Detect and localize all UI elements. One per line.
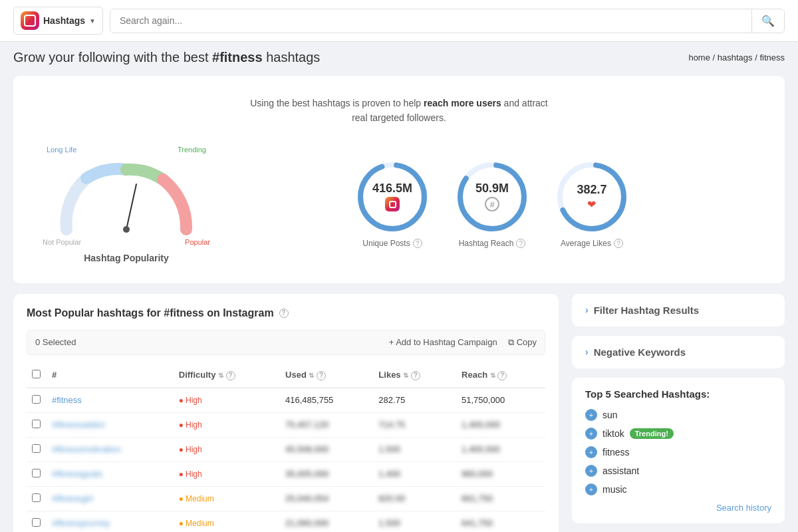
negative-keywords-header[interactable]: › Negative Keywords	[572, 336, 785, 368]
table-body: #fitness ●High 416,485,755 282.75 51,750…	[27, 388, 545, 532]
top-hashtags-list: + sun + tiktok Trending! + fitness + ass…	[585, 409, 771, 495]
cell-hashtag: #fitnessgoals	[47, 462, 174, 486]
right-column: › Filter Hashtag Results › Negative Keyw…	[572, 294, 785, 532]
stat-value-0: 416.5M	[372, 182, 412, 194]
table-row: #fitnessjourney ●Medium 21,060,000 1,500…	[27, 511, 545, 532]
col-used[interactable]: Used ⇅ ?	[280, 363, 373, 388]
cell-difficulty: ●High	[174, 388, 280, 413]
table-row: #fitnessgirl ●Medium 25,040,054 820.00 6…	[27, 486, 545, 511]
cell-used: 35,005,000	[280, 462, 373, 486]
filter-panel-header[interactable]: › Filter Hashtag Results	[572, 294, 785, 327]
stat-value-1: 50.9M	[475, 182, 509, 194]
row-checkbox[interactable]	[32, 518, 41, 527]
select-all-checkbox[interactable]	[32, 370, 41, 378]
top-hashtag-item: + tiktok Trending!	[585, 428, 771, 440]
svg-line-0	[126, 184, 136, 229]
top-hashtag-name: fitness	[602, 447, 629, 458]
add-hashtag-icon[interactable]: +	[585, 409, 597, 421]
search-bar: 🔍	[110, 9, 785, 33]
table-row: #fitnessaddict ●High 75,457,120 714.75 1…	[27, 412, 545, 437]
hash-circle-icon: #	[475, 197, 509, 211]
add-hashtag-icon[interactable]: +	[585, 465, 597, 477]
filter-panel: › Filter Hashtag Results	[572, 294, 785, 327]
gauge-section: Long Life Trending Not Popular Popular	[40, 146, 213, 263]
row-checkbox[interactable]	[32, 395, 41, 404]
search-history: Search history	[585, 502, 771, 513]
cell-reach: 51,750,000	[456, 388, 545, 413]
brand-selector[interactable]: Hashtags ▼	[13, 7, 103, 35]
row-checkbox[interactable]	[32, 469, 41, 477]
row-checkbox[interactable]	[32, 420, 41, 428]
cell-reach: 641,750	[456, 511, 545, 532]
cell-reach: 1,400,000	[456, 437, 545, 462]
brand-label: Hashtags	[43, 15, 85, 26]
filter-label: Filter Hashtag Results	[594, 305, 699, 316]
add-hashtag-icon[interactable]: +	[585, 483, 597, 495]
legend-not-popular: Not Popular	[43, 238, 81, 246]
table-section: Most Popular hashtags for #fitness on In…	[13, 294, 559, 532]
col-hashtag: #	[47, 363, 174, 388]
cell-likes: 1,500	[373, 437, 456, 462]
cell-likes: 714.75	[373, 412, 456, 437]
gauge-svg	[53, 156, 200, 236]
cell-difficulty: ●High	[174, 462, 280, 486]
legend-popular: Popular	[185, 238, 210, 246]
top-hashtag-item: + music	[585, 483, 771, 495]
cell-used: 45,508,000	[280, 437, 373, 462]
cell-hashtag: #fitnessjourney	[47, 511, 174, 532]
page-header: Grow your following with the best #fitne…	[0, 42, 798, 65]
ig-circle-icon	[372, 197, 412, 211]
stat-value-2: 382.7	[577, 184, 606, 196]
cell-likes: 820.00	[373, 486, 456, 511]
help-icon-2[interactable]: ?	[614, 239, 623, 248]
add-hashtag-icon[interactable]: +	[585, 446, 597, 458]
cell-likes: 1,400	[373, 462, 456, 486]
copy-button[interactable]: ⧉ Copy	[508, 337, 537, 348]
search-button[interactable]: 🔍	[751, 9, 784, 33]
col-likes[interactable]: Likes ⇅ ?	[373, 363, 456, 388]
metrics-section: Long Life Trending Not Popular Popular	[40, 146, 758, 263]
hashtag-table: # Difficulty ⇅ ? Used ⇅ ? Likes ⇅ ? Reac…	[27, 363, 545, 532]
cell-difficulty: ●High	[174, 437, 280, 462]
cell-difficulty: ●Medium	[174, 486, 280, 511]
header: Hashtags ▼ 🔍	[0, 0, 798, 42]
stat-label-1: Hashtag Reach ?	[456, 239, 529, 248]
cell-used: 25,040,054	[280, 486, 373, 511]
help-icon-1[interactable]: ?	[516, 239, 525, 248]
col-difficulty[interactable]: Difficulty ⇅ ?	[174, 363, 280, 388]
col-reach[interactable]: Reach ⇅ ?	[456, 363, 545, 388]
table-row: #fitnessgoals ●High 35,005,000 1,400 960…	[27, 462, 545, 486]
search-history-link[interactable]: Search history	[716, 503, 771, 513]
row-checkbox[interactable]	[32, 493, 41, 502]
row-checkbox[interactable]	[32, 444, 41, 453]
cell-reach: 960,000	[456, 462, 545, 486]
add-campaign-button[interactable]: + Add to Hashtag Campaign	[389, 337, 497, 348]
top-hashtag-name: assistant	[602, 466, 639, 476]
cell-used: 416,485,755	[280, 388, 373, 413]
stat-hashtag-reach: 50.9M # Hashtag Reach ?	[456, 160, 529, 248]
filter-chevron: ›	[585, 305, 589, 315]
brand-chevron: ▼	[89, 17, 96, 25]
stat-label-0: Unique Posts ?	[356, 239, 429, 248]
legend-long-life: Long Life	[47, 146, 76, 154]
stat-avg-likes: 382.7 ❤ Average Likes ?	[555, 160, 628, 248]
cell-likes: 282.75	[373, 388, 456, 413]
page-title: Grow your following with the best #fitne…	[13, 50, 320, 65]
top-hashtag-item: + fitness	[585, 446, 771, 458]
svg-point-1	[123, 226, 130, 233]
add-hashtag-icon[interactable]: +	[585, 428, 597, 440]
hero-section: Using the best hashtags is proven to hel…	[13, 76, 785, 283]
heart-circle-icon: ❤	[577, 198, 606, 211]
cell-hashtag: #fitnessmotivation	[47, 437, 174, 462]
help-icon-0[interactable]: ?	[413, 239, 422, 248]
cell-hashtag: #fitnessgirl	[47, 486, 174, 511]
trending-badge: Trending!	[630, 428, 674, 439]
table-header: # Difficulty ⇅ ? Used ⇅ ? Likes ⇅ ? Reac…	[27, 363, 545, 388]
cell-likes: 1,500	[373, 511, 456, 532]
search-input[interactable]	[110, 9, 751, 33]
top-hashtags-panel: Top 5 Searched Hashtags: + sun + tiktok …	[572, 378, 785, 523]
negative-keywords-label: Negative Keywords	[594, 346, 686, 358]
copy-icon: ⧉	[508, 337, 514, 348]
table-help-icon[interactable]: ?	[279, 309, 289, 318]
table-row: #fitness ●High 416,485,755 282.75 51,750…	[27, 388, 545, 413]
